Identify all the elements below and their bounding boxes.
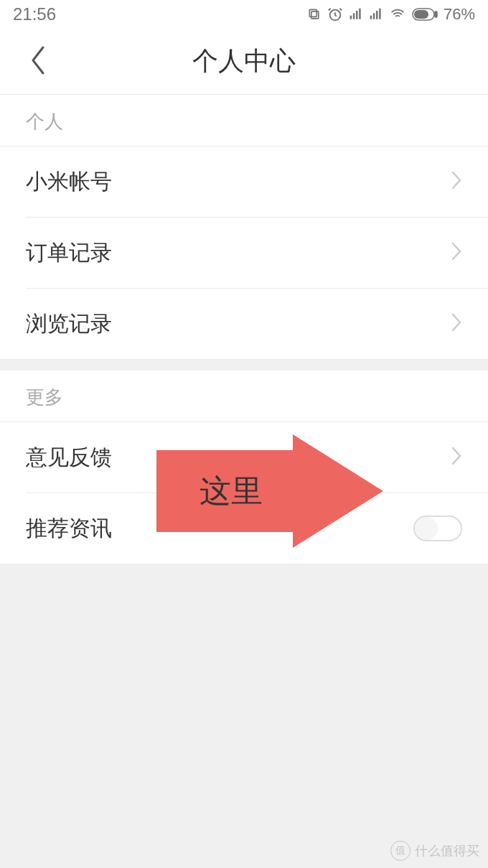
signal-icon: [349, 7, 363, 22]
battery-percent: 76%: [444, 5, 475, 24]
mi-account-item[interactable]: 小米帐号: [0, 146, 488, 217]
recommend-news-toggle[interactable]: [413, 515, 462, 541]
svg-rect-3: [350, 16, 352, 19]
list-item-label: 推荐资讯: [26, 514, 112, 543]
watermark: 值 什么值得买: [390, 841, 479, 861]
chevron-right-icon: [451, 241, 462, 264]
list-item-label: 小米帐号: [26, 167, 112, 197]
feedback-item[interactable]: 意见反馈: [0, 422, 488, 493]
list-item-label: 意见反馈: [26, 443, 112, 472]
order-history-item[interactable]: 订单记录: [0, 218, 488, 288]
svg-rect-6: [359, 9, 361, 19]
section-gap: [0, 359, 488, 370]
section-header-more: 更多: [0, 370, 488, 422]
status-time: 21:56: [13, 4, 56, 24]
status-bar: 21:56 76%: [0, 0, 488, 29]
list-item-label: 订单记录: [26, 238, 112, 268]
wifi-icon: [389, 7, 406, 22]
svg-rect-13: [414, 10, 428, 19]
watermark-text: 什么值得买: [415, 842, 479, 859]
svg-rect-0: [311, 11, 319, 19]
chevron-right-icon: [451, 446, 462, 469]
alarm-icon: [327, 6, 343, 22]
copy-icon: [307, 7, 322, 22]
page-title: 个人中心: [0, 44, 488, 79]
more-list: 意见反馈 推荐资讯: [0, 422, 488, 564]
recommend-news-item: 推荐资讯: [0, 493, 488, 564]
chevron-left-icon: [29, 45, 47, 76]
svg-rect-9: [376, 11, 378, 19]
battery-icon: [412, 8, 438, 21]
browse-history-item[interactable]: 浏览记录: [0, 289, 488, 359]
toggle-knob: [415, 517, 438, 540]
chevron-right-icon: [451, 170, 462, 193]
signal-icon-2: [369, 7, 383, 22]
svg-rect-8: [373, 13, 375, 19]
personal-list: 小米帐号 订单记录 浏览记录: [0, 146, 488, 359]
svg-rect-10: [379, 9, 381, 19]
status-icons: 76%: [307, 5, 475, 24]
watermark-logo: 值: [390, 841, 410, 861]
list-item-label: 浏览记录: [26, 309, 112, 339]
svg-rect-12: [435, 11, 437, 17]
svg-rect-7: [370, 16, 372, 19]
section-header-personal: 个人: [0, 95, 488, 146]
back-button[interactable]: [29, 45, 47, 79]
svg-rect-5: [356, 11, 358, 19]
app-header: 个人中心: [0, 29, 488, 95]
svg-rect-1: [309, 9, 316, 17]
chevron-right-icon: [451, 312, 462, 335]
svg-rect-4: [353, 13, 355, 19]
